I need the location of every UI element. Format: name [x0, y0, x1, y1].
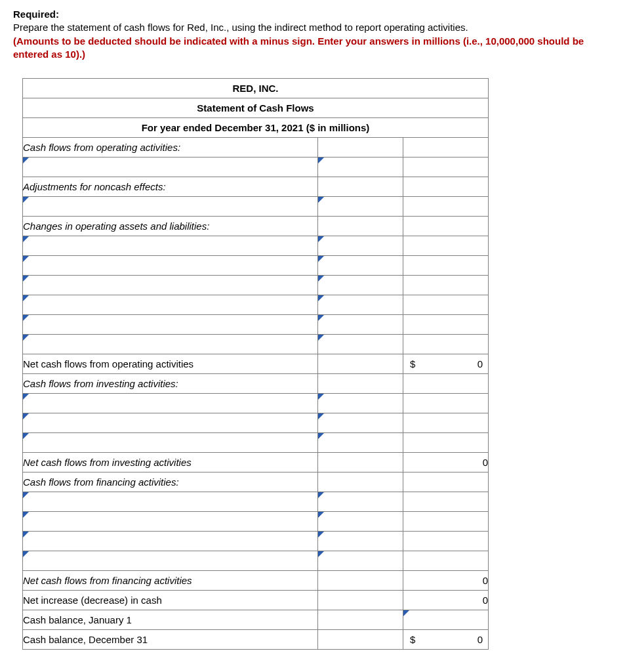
- balance-jan-label: Cash balance, January 1: [23, 610, 318, 630]
- operating-line-1-select[interactable]: [23, 158, 317, 177]
- changes-line-5-amount[interactable]: [318, 315, 403, 334]
- company-name-header: RED, INC.: [23, 79, 489, 98]
- net-operating-value: 0: [477, 358, 483, 369]
- changes-line-1-amount[interactable]: [318, 236, 403, 255]
- net-operating-value-cell: $ 0: [403, 354, 488, 373]
- changes-line-2-select[interactable]: [23, 256, 317, 275]
- financing-line-4-select[interactable]: [23, 551, 317, 570]
- net-operating-label: Net cash flows from operating activities: [23, 354, 318, 374]
- net-financing-label: Net cash flows from financing activities: [23, 571, 318, 591]
- changes-line-6-select[interactable]: [23, 335, 317, 354]
- changes-line-3-amount[interactable]: [318, 276, 403, 295]
- prepare-text: Prepare the statement of cash flows for …: [13, 22, 468, 33]
- balance-dec-value: 0: [477, 634, 483, 645]
- instructions-block: Required: Prepare the statement of cash …: [13, 8, 616, 61]
- changes-line-4-select[interactable]: [23, 295, 317, 314]
- net-change-value: 0: [403, 591, 489, 610]
- statement-title-header: Statement of Cash Flows: [23, 98, 489, 118]
- investing-line-2-amount[interactable]: [318, 413, 403, 432]
- investing-line-2-select[interactable]: [23, 413, 317, 432]
- balance-jan-amount[interactable]: [403, 610, 488, 629]
- adjustments-section-header: Adjustments for noncash effects:: [23, 177, 318, 197]
- currency-symbol: $: [410, 358, 415, 369]
- investing-section-header: Cash flows from investing activities:: [23, 374, 318, 394]
- financing-line-1-amount[interactable]: [318, 492, 403, 511]
- net-investing-label: Net cash flows from investing activities: [23, 453, 318, 472]
- investing-line-1-amount[interactable]: [318, 394, 403, 413]
- currency-symbol: $: [410, 634, 415, 645]
- balance-dec-value-cell: $ 0: [403, 630, 488, 649]
- changes-line-4-amount[interactable]: [318, 295, 403, 314]
- financing-line-2-amount[interactable]: [318, 512, 403, 531]
- warning-text: (Amounts to be deducted should be indica…: [13, 35, 584, 60]
- financing-line-3-amount[interactable]: [318, 532, 403, 551]
- period-header: For year ended December 31, 2021 ($ in m…: [23, 118, 489, 138]
- changes-line-1-select[interactable]: [23, 236, 317, 255]
- changes-line-3-select[interactable]: [23, 276, 317, 295]
- net-investing-value: 0: [403, 453, 489, 472]
- financing-section-header: Cash flows from financing activities:: [23, 472, 318, 492]
- net-change-label: Net increase (decrease) in cash: [23, 591, 318, 610]
- balance-dec-label: Cash balance, December 31: [23, 630, 318, 650]
- financing-line-4-amount[interactable]: [318, 551, 403, 570]
- financing-line-2-select[interactable]: [23, 512, 317, 531]
- changes-line-2-amount[interactable]: [318, 256, 403, 275]
- financing-line-3-select[interactable]: [23, 532, 317, 551]
- operating-section-header: Cash flows from operating activities:: [23, 138, 318, 158]
- adjustments-line-1-select[interactable]: [23, 197, 317, 216]
- required-label: Required:: [13, 9, 59, 20]
- investing-line-3-select[interactable]: [23, 433, 317, 452]
- adjustments-line-1-amount[interactable]: [318, 197, 403, 216]
- changes-line-5-select[interactable]: [23, 315, 317, 334]
- net-financing-value: 0: [403, 571, 489, 591]
- investing-line-3-amount[interactable]: [318, 433, 403, 452]
- cash-flow-statement-table: RED, INC. Statement of Cash Flows For ye…: [22, 78, 489, 650]
- changes-section-header: Changes in operating assets and liabilit…: [23, 217, 318, 236]
- operating-line-1-amount[interactable]: [318, 158, 403, 177]
- changes-line-6-amount[interactable]: [318, 335, 403, 354]
- investing-line-1-select[interactable]: [23, 394, 317, 413]
- financing-line-1-select[interactable]: [23, 492, 317, 511]
